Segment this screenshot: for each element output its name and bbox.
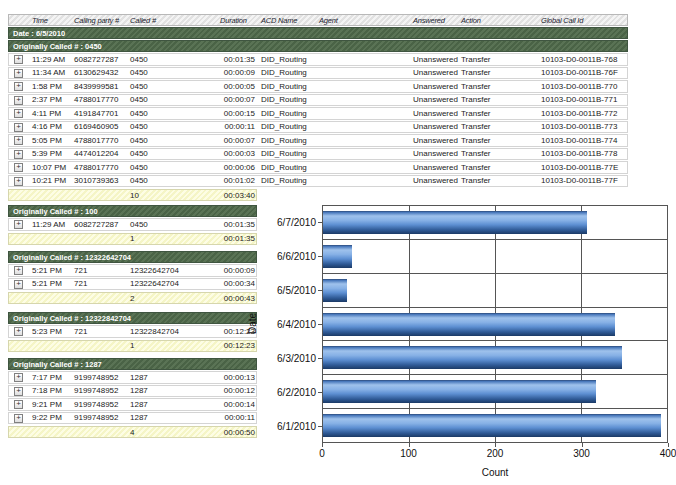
call-row: + 5:05 PM 4788017770 0450 00:00:07 DID_R… (8, 134, 628, 147)
cell-time: 5:39 PM (29, 149, 71, 158)
cell-answered: Unanswered (410, 55, 458, 64)
y-tick-label: 6/5/2010 (277, 285, 316, 296)
cell-action: Transfer (458, 136, 538, 145)
y-label-row: 6/4/2010 (240, 307, 322, 341)
cell-time: 2:37 PM (29, 95, 71, 104)
y-label-row: 6/3/2010 (240, 341, 322, 375)
call-row: + 11:29 AM 6082727287 0450 00:01:35 DID_… (8, 53, 628, 66)
cell-acd-name: DID_Routing (258, 136, 316, 145)
x-tick (409, 443, 410, 447)
cell-called: 1287 (127, 373, 217, 382)
x-tick (668, 443, 669, 447)
cell-global-call-id: 10103-D0-0011B-76F (538, 68, 629, 77)
call-report-table: Time Calling party # Called # Duration A… (8, 14, 628, 202)
chart-x-axis: 0100200300400 (322, 443, 668, 465)
cell-duration: 00:01:35 (217, 55, 258, 64)
header-action[interactable]: Action (458, 16, 538, 25)
expand-cell: + (9, 265, 29, 275)
cell-called: 1287 (127, 413, 217, 422)
expand-cell: + (9, 81, 29, 91)
expand-plus-icon[interactable]: + (14, 266, 23, 275)
header-calling-party[interactable]: Calling party # (71, 16, 127, 25)
expand-plus-icon[interactable]: + (14, 400, 23, 409)
group5-summary-row: 4 00:00:50 (8, 426, 257, 438)
group1-header-band: Originally Called # : 0450 (8, 40, 628, 52)
cell-called: 0450 (127, 136, 217, 145)
group4-rows: + 5:23 PM 721 12322842704 00:12:23 (8, 325, 257, 338)
summary-count: 1 (127, 234, 217, 243)
cell-global-call-id: 10103-D0-0011B-77F (538, 176, 629, 185)
cell-global-call-id: 10103-D0-0011B-778 (538, 149, 629, 158)
cell-duration: 00:00:06 (217, 163, 258, 172)
header-duration[interactable]: Duration (217, 16, 258, 25)
group5-rows: + 7:17 PM 9199748952 1287 00:00:13 + 7:1… (8, 371, 257, 424)
call-row: + 7:17 PM 9199748952 1287 00:00:13 (8, 371, 257, 384)
expand-plus-icon[interactable]: + (14, 327, 23, 336)
call-row: + 5:21 PM 721 12322642704 00:00:34 (8, 278, 257, 291)
expand-cell: + (9, 135, 29, 145)
bar-6/1/2010[interactable] (323, 414, 661, 437)
chart-band (323, 206, 667, 240)
y-tick-label: 6/7/2010 (277, 217, 316, 228)
call-row: + 5:21 PM 721 12322642704 00:00:09 (8, 264, 257, 277)
y-label-row: 6/6/2010 (240, 239, 322, 273)
bar-6/5/2010[interactable] (323, 279, 347, 302)
expand-cell: + (9, 68, 29, 78)
cell-called: 0450 (127, 95, 217, 104)
bar-6/2/2010[interactable] (323, 380, 596, 403)
expand-plus-icon[interactable]: + (14, 373, 23, 382)
cell-calling-party: 8439999581 (71, 82, 127, 91)
y-label-row: 6/7/2010 (240, 205, 322, 239)
expand-plus-icon[interactable]: + (14, 55, 23, 64)
cell-action: Transfer (458, 95, 538, 104)
expand-plus-icon[interactable]: + (14, 109, 23, 118)
cell-answered: Unanswered (410, 95, 458, 104)
cell-time: 1:58 PM (29, 82, 71, 91)
header-global-call-id[interactable]: Global Call Id (538, 16, 629, 25)
expand-plus-icon[interactable]: + (14, 150, 23, 159)
x-tick-label: 100 (400, 448, 417, 459)
expand-plus-icon[interactable]: + (14, 387, 23, 396)
header-time[interactable]: Time (29, 16, 71, 25)
summary-count: 4 (127, 428, 217, 437)
group1-rows: + 11:29 AM 6082727287 0450 00:01:35 DID_… (8, 53, 628, 187)
chart-band (323, 274, 667, 308)
expand-plus-icon[interactable]: + (14, 163, 23, 172)
call-row: + 9:21 PM 9199748952 1287 00:00:14 (8, 398, 257, 411)
y-label-row: 6/5/2010 (240, 273, 322, 307)
expand-plus-icon[interactable]: + (14, 220, 23, 229)
cell-acd-name: DID_Routing (258, 163, 316, 172)
expand-plus-icon[interactable]: + (14, 123, 23, 132)
summary-count: 10 (127, 191, 217, 200)
call-row: + 11:29 AM 6082727287 0450 00:01:35 (8, 218, 257, 231)
expand-plus-icon[interactable]: + (14, 414, 23, 423)
group3-rows: + 5:21 PM 721 12322642704 00:00:09 + 5:2… (8, 264, 257, 290)
header-acd-name[interactable]: ACD Name (258, 16, 316, 25)
cell-acd-name: DID_Routing (258, 55, 316, 64)
cell-global-call-id: 10103-D0-0011B-77E (538, 163, 629, 172)
cell-time: 11:29 AM (29, 220, 71, 229)
cell-answered: Unanswered (410, 109, 458, 118)
bar-6/7/2010[interactable] (323, 211, 587, 234)
header-agent[interactable]: Agent (316, 16, 410, 25)
expand-plus-icon[interactable]: + (14, 136, 23, 145)
header-answered[interactable]: Answered (410, 16, 458, 25)
cell-called: 0450 (127, 55, 217, 64)
cell-action: Transfer (458, 122, 538, 131)
cell-acd-name: DID_Routing (258, 149, 316, 158)
expand-plus-icon[interactable]: + (14, 280, 23, 289)
expand-plus-icon[interactable]: + (14, 82, 23, 91)
chart-band (323, 409, 667, 442)
cell-duration: 00:00:11 (217, 122, 258, 131)
call-row: + 5:23 PM 721 12322842704 00:12:23 (8, 325, 257, 338)
expand-plus-icon[interactable]: + (14, 96, 23, 105)
group-section-100: Originally Called # : 100 + 11:29 AM 608… (8, 205, 257, 246)
expand-plus-icon[interactable]: + (14, 177, 23, 186)
y-tick-label: 6/4/2010 (277, 319, 316, 330)
bar-6/3/2010[interactable] (323, 346, 622, 369)
group1-summary-row: 10 00:03:40 (8, 189, 257, 201)
expand-plus-icon[interactable]: + (14, 69, 23, 78)
header-called[interactable]: Called # (127, 16, 217, 25)
bar-6/6/2010[interactable] (323, 245, 352, 268)
bar-6/4/2010[interactable] (323, 313, 615, 336)
